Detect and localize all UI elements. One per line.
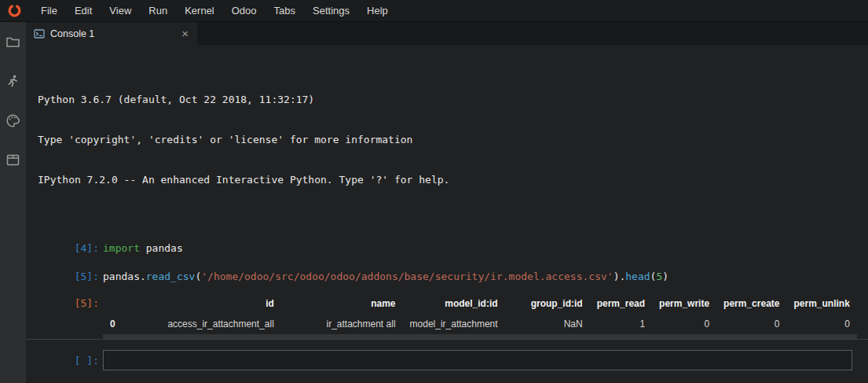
menu-item-tabs[interactable]: Tabs bbox=[266, 0, 304, 22]
table-cell: 1 bbox=[716, 334, 786, 339]
console-icon bbox=[34, 28, 45, 39]
kernel-banner: Python 3.6.7 (default, Oct 22 2018, 11:3… bbox=[38, 66, 868, 213]
table-cell: model_ir_attachment bbox=[403, 314, 505, 334]
column-header-perm-create: perm_create bbox=[716, 293, 786, 314]
column-header-index bbox=[103, 293, 123, 314]
running-sessions-icon[interactable] bbox=[5, 74, 20, 89]
menu-item-help[interactable]: Help bbox=[358, 0, 397, 22]
menu-item-edit[interactable]: Edit bbox=[66, 0, 101, 22]
console-input-cell: [ ]: bbox=[26, 339, 868, 383]
left-sidebar bbox=[0, 22, 26, 383]
table-row: 0 access_ir_attachment_all ir_attachment… bbox=[103, 314, 857, 334]
column-header-perm-write: perm_write bbox=[652, 293, 716, 314]
command-palette-icon[interactable] bbox=[5, 113, 20, 128]
menu-item-view[interactable]: View bbox=[101, 0, 140, 22]
input-prompt: [4]: bbox=[75, 242, 99, 254]
open-tabs-icon[interactable] bbox=[5, 153, 20, 168]
menu-bar: File Edit View Run Kernel Odoo Tabs Sett… bbox=[0, 0, 868, 22]
column-header-perm-unlink: perm_unlink bbox=[786, 293, 856, 314]
column-header-group-id: group_id:id bbox=[505, 293, 590, 314]
menu-item-kernel[interactable]: Kernel bbox=[176, 0, 223, 22]
table-cell: 1 bbox=[652, 334, 716, 339]
table-cell: 1 bbox=[786, 334, 856, 339]
menu-item-run[interactable]: Run bbox=[140, 0, 176, 22]
table-cell: 0 bbox=[786, 314, 856, 334]
table-cell: access_ir_attachment_all bbox=[123, 314, 281, 334]
output-prompt: [5]: bbox=[75, 297, 99, 309]
close-tab-icon[interactable]: × bbox=[179, 28, 191, 39]
table-cell: 1 bbox=[590, 314, 652, 334]
table-cell: 0 bbox=[716, 314, 786, 334]
row-index: 1 bbox=[103, 334, 123, 339]
table-cell: group_user bbox=[505, 334, 590, 339]
output-cell: [5]: id name model_id:id group_id:id per… bbox=[26, 293, 868, 339]
table-cell: ir_attachment all bbox=[281, 314, 403, 334]
jupyterlab-window: File Edit View Run Kernel Odoo Tabs Sett… bbox=[0, 0, 868, 383]
column-header-model-id: model_id:id bbox=[403, 293, 505, 314]
menu-item-settings[interactable]: Settings bbox=[304, 0, 358, 22]
tab-console-1[interactable]: Console 1 × bbox=[26, 22, 197, 45]
table-header-row: id name model_id:id group_id:id perm_rea… bbox=[103, 293, 857, 314]
dataframe-table: id name model_id:id group_id:id perm_rea… bbox=[103, 293, 857, 339]
code-cell: [5]: pandas.read_csv('/home/odoo/src/odo… bbox=[26, 271, 868, 282]
table-cell: model_ir_attachment bbox=[403, 334, 505, 339]
column-header-id: id bbox=[123, 293, 281, 314]
table-row: 1 access_ir_attachment_group_user ir_att… bbox=[103, 334, 857, 339]
banner-line: Python 3.6.7 (default, Oct 22 2018, 11:3… bbox=[38, 93, 868, 106]
odoo-logo-icon[interactable] bbox=[7, 3, 22, 18]
file-browser-icon[interactable] bbox=[5, 35, 20, 50]
console-input[interactable] bbox=[103, 350, 852, 370]
table-cell: 1 bbox=[590, 334, 652, 339]
menu-item-file[interactable]: File bbox=[32, 0, 66, 22]
banner-line: IPython 7.2.0 -- An enhanced Interactive… bbox=[38, 173, 868, 186]
menu-item-odoo[interactable]: Odoo bbox=[223, 0, 266, 22]
input-prompt: [5]: bbox=[75, 271, 99, 282]
banner-line: Type 'copyright', 'credits' or 'license'… bbox=[38, 133, 868, 146]
table-cell: 0 bbox=[652, 314, 716, 334]
column-header-perm-read: perm_read bbox=[590, 293, 652, 314]
table-cell: ir_attachment group_user bbox=[281, 334, 403, 339]
column-header-name: name bbox=[281, 293, 403, 314]
row-index: 0 bbox=[103, 314, 123, 334]
code-cell: [4]: import pandas bbox=[26, 242, 868, 254]
code-line: import pandas bbox=[103, 242, 183, 254]
console-content[interactable]: Python 3.6.7 (default, Oct 22 2018, 11:3… bbox=[26, 45, 868, 339]
tab-bar: Console 1 × bbox=[26, 22, 868, 45]
empty-input-prompt: [ ]: bbox=[75, 355, 99, 366]
code-line: pandas.read_csv('/home/odoo/src/odoo/odo… bbox=[103, 271, 668, 282]
table-cell: access_ir_attachment_group_user bbox=[123, 334, 281, 339]
main-dock-panel: Console 1 × Python 3.6.7 (default, Oct 2… bbox=[26, 22, 868, 383]
table-cell: NaN bbox=[505, 314, 590, 334]
tab-label: Console 1 bbox=[50, 28, 179, 39]
